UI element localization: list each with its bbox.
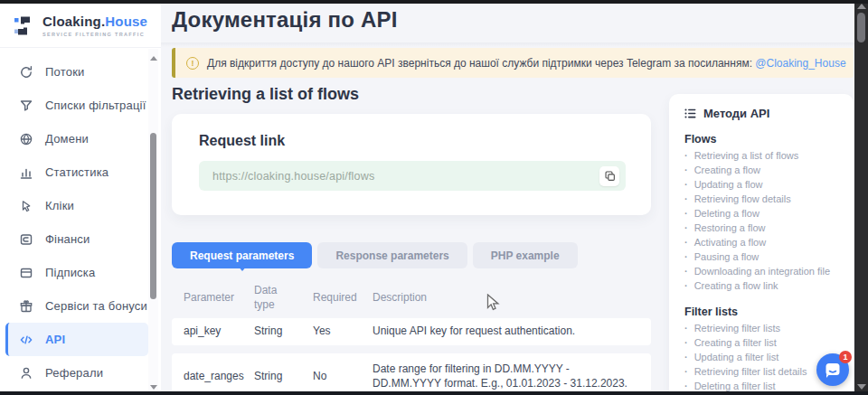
methods-list: Retrieving a list of flowsCreating a flo… [684, 148, 854, 293]
header-divider [161, 42, 854, 47]
logo-name-dark: Cloaking. [42, 14, 105, 29]
sidebar-item-label: Сервіси та бонуси [45, 299, 147, 313]
request-link-title: Request link [199, 133, 651, 149]
column-header: Data type [254, 284, 292, 312]
card-icon [18, 231, 33, 247]
method-link[interactable]: Updating a flow [684, 177, 854, 192]
table-cell: date_ranges [184, 370, 249, 384]
table-cell: Yes [313, 324, 365, 339]
tab-request-parameters[interactable]: Request parameters [172, 242, 312, 268]
method-link[interactable]: Activating a flow [684, 235, 854, 249]
chat-notification-badge: 1 [839, 351, 852, 363]
code-icon [18, 332, 33, 347]
table-cell: api_key [184, 324, 249, 339]
sidebar-item-label: API [45, 333, 65, 346]
table-cell: Unique API key for request authenticatio… [373, 324, 637, 339]
request-url-field: https://cloaking.house/api/flows [199, 161, 626, 191]
logo-tagline: SERVICE FILTERING TRAFFIC [42, 32, 147, 37]
table-body: api_keyStringYesUnique API key for reque… [172, 318, 651, 395]
methods-section-title: Flows [684, 133, 854, 146]
table-cell: String [254, 370, 292, 384]
chat-icon [824, 362, 842, 379]
sidebar-item-statistics[interactable]: Статистика [0, 155, 161, 189]
sidebar-item-label: Реферали [45, 366, 103, 380]
sidebar-item-flows[interactable]: Потоки [0, 55, 161, 89]
methods-header: Методи API [684, 107, 854, 120]
logo-text: Cloaking.House SERVICE FILTERING TRAFFIC [42, 14, 147, 37]
cloaking-house-logo-icon [12, 14, 36, 38]
app-window: Cloaking.House SERVICE FILTERING TRAFFIC… [0, 0, 868, 395]
table-cell: String [254, 324, 292, 339]
tabs: Request parametersResponse parametersPHP… [172, 242, 578, 268]
scroll-down-icon[interactable] [150, 385, 157, 390]
method-link[interactable]: Creating a filter list [684, 335, 854, 350]
cursor-click-icon [18, 198, 33, 213]
section-heading: Retrieving a list of flows [172, 85, 359, 104]
methods-section-title: Filter lists [684, 306, 854, 318]
banner-text: Для відкриття доступу до нашого API звер… [207, 57, 846, 70]
logo-name-accent: House [105, 14, 147, 29]
info-icon: ! [186, 57, 199, 70]
column-header: Description [373, 291, 637, 306]
tab-response-parameters[interactable]: Response parameters [317, 242, 467, 268]
scroll-up-icon[interactable] [857, 4, 866, 9]
person-icon [18, 365, 33, 381]
info-banner: ! Для відкриття доступу до нашого API зв… [172, 48, 854, 78]
column-header: Parameter [184, 291, 249, 306]
browser-scrollbar-thumb[interactable] [857, 13, 865, 42]
sidebar-item-label: Статистика [45, 165, 108, 179]
sidebar-item-clicks[interactable]: Кліки [0, 189, 161, 222]
gift-icon [18, 298, 33, 314]
methods-title: Методи API [703, 107, 769, 120]
sidebar-item-label: Кліки [45, 199, 74, 212]
bar-chart-icon [18, 165, 33, 180]
telegram-link[interactable]: @Cloaking_House [755, 57, 845, 70]
sidebar-item-finances[interactable]: Фінанси [0, 222, 161, 256]
sidebar-item-label: Фінанси [45, 232, 90, 246]
chat-widget-button[interactable]: 1 [816, 353, 849, 386]
method-link[interactable]: Retrieving filter lists [684, 321, 854, 335]
request-link-card: Request link https://cloaking.house/api/… [172, 114, 651, 215]
table-header-row: ParameterData typeRequiredDescription [172, 278, 651, 318]
tab-php-example[interactable]: PHP example [473, 242, 578, 268]
method-link[interactable]: Restoring a flow [684, 221, 854, 235]
sidebar: Cloaking.House SERVICE FILTERING TRAFFIC… [0, 4, 161, 391]
method-link[interactable]: Retrieving a list of flows [684, 148, 854, 163]
filter-icon [18, 98, 33, 113]
method-link[interactable]: Downloading an integration file [684, 264, 854, 278]
sidebar-scrollbar[interactable] [148, 49, 158, 395]
method-link[interactable]: Creating a flow [684, 163, 854, 177]
sidebar-item-services[interactable]: Сервіси та бонуси [0, 289, 161, 323]
scroll-down-icon[interactable] [857, 384, 866, 390]
copy-button[interactable] [599, 166, 619, 186]
window-top-edge [0, 0, 868, 4]
sidebar-item-domains[interactable]: Домени [0, 122, 161, 155]
sidebar-item-filter-lists[interactable]: Списки фільтрації [0, 89, 161, 122]
method-link[interactable]: Deleting a flow [684, 206, 854, 221]
logo[interactable]: Cloaking.House SERVICE FILTERING TRAFFIC [0, 4, 161, 48]
column-header: Required [313, 291, 365, 306]
method-link[interactable]: Creating a flow link [684, 278, 854, 293]
sidebar-item-label: Потоки [45, 65, 84, 79]
request-url: https://cloaking.house/api/flows [212, 170, 374, 183]
window-bottom-edge [0, 391, 868, 395]
method-link[interactable]: Pausing a flow [684, 249, 854, 264]
sidebar-scrollbar-thumb[interactable] [150, 133, 156, 299]
copy-icon [604, 170, 616, 182]
scroll-up-icon[interactable] [150, 56, 157, 61]
table-cell: No [313, 370, 365, 384]
list-icon [684, 108, 696, 119]
globe-icon [18, 131, 33, 146]
sidebar-item-referrals[interactable]: Реферали [0, 356, 161, 390]
sidebar-item-subscription[interactable]: Підписка [0, 256, 161, 289]
sidebar-item-api[interactable]: API [5, 323, 148, 356]
table-row: date_rangesStringNoDate range for filter… [172, 353, 651, 395]
sidebar-menu: ПотокиСписки фільтраціїДомениСтатистикаК… [0, 55, 161, 390]
wallet-icon [18, 265, 33, 280]
sidebar-item-label: Списки фільтрації [45, 99, 146, 112]
table-row: api_keyStringYesUnique API key for reque… [172, 318, 651, 345]
api-methods-panel: Методи API FlowsRetrieving a list of flo… [669, 94, 854, 395]
browser-scrollbar[interactable] [854, 0, 868, 395]
method-link[interactable]: Retrieving flow details [684, 192, 854, 206]
sync-icon [18, 64, 33, 80]
